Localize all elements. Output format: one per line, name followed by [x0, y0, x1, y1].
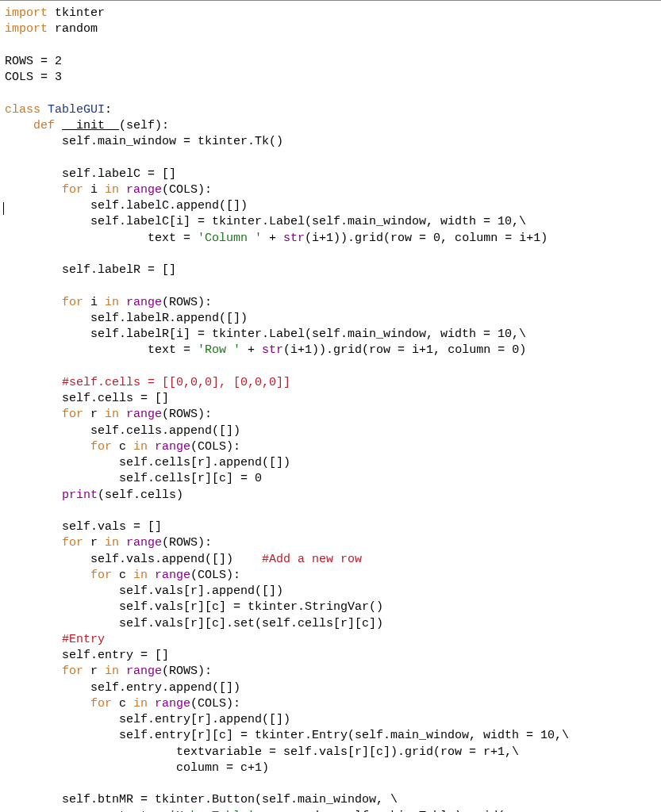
- code-text: (ROWS):: [162, 665, 212, 678]
- code-text: [5, 697, 90, 710]
- code-text: self.labelC = []: [5, 167, 176, 181]
- keyword-for: for: [62, 183, 83, 197]
- string-literal: 'Column ': [198, 232, 262, 245]
- keyword-import: import: [5, 6, 48, 20]
- code-text: [5, 633, 62, 646]
- code-text: self.vals[r][c].set(self.cells[r][c]): [5, 617, 383, 630]
- code-text: [148, 697, 155, 710]
- code-text: tkinter: [48, 6, 105, 20]
- code-text: [119, 665, 126, 678]
- builtin-range: range: [126, 665, 162, 678]
- code-text: (COLS):: [190, 440, 240, 454]
- code-block[interactable]: import tkinter import random ROWS = 2 CO…: [5, 6, 661, 812]
- code-text: self.main_window = tkinter.Tk(): [5, 135, 283, 148]
- builtin-range: range: [155, 569, 190, 582]
- code-text: self.vals[r][c] = tkinter.StringVar(): [5, 600, 383, 614]
- code-text: self.labelR[i] = tkinter.Label(self.main…: [5, 327, 526, 341]
- keyword-in: in: [105, 408, 119, 421]
- string-literal: 'Row ': [198, 343, 240, 357]
- code-text: r: [83, 665, 105, 678]
- builtin-range: range: [126, 183, 162, 197]
- code-text: +: [240, 343, 262, 357]
- keyword-for: for: [62, 408, 83, 421]
- code-editor-viewport: import tkinter import random ROWS = 2 CO…: [0, 0, 661, 812]
- code-text: r: [83, 536, 105, 550]
- keyword-in: in: [105, 665, 119, 678]
- code-text: self.vals.append([]): [5, 553, 262, 566]
- keyword-class: class: [5, 103, 40, 117]
- code-text: :: [105, 103, 112, 117]
- code-text: self.vals = []: [5, 520, 162, 534]
- code-text: [5, 569, 90, 582]
- code-text: (ROWS):: [162, 536, 212, 550]
- builtin-str: str: [262, 343, 283, 357]
- code-text: self.labelC[i] = tkinter.Label(self.main…: [5, 215, 526, 228]
- builtin-str: str: [283, 232, 305, 245]
- code-text: text =: [5, 343, 198, 357]
- code-text: text =: [5, 810, 169, 813]
- code-text: [5, 665, 62, 678]
- keyword-for: for: [90, 440, 112, 454]
- keyword-in: in: [133, 569, 148, 582]
- keyword-for: for: [62, 536, 83, 550]
- keyword-in: in: [105, 183, 119, 197]
- code-text: (COLS):: [190, 697, 240, 710]
- code-text: self.cells[r][c] = 0: [5, 472, 262, 485]
- code-text: self.cells = []: [5, 392, 169, 405]
- keyword-for: for: [90, 569, 112, 582]
- code-text: (COLS):: [162, 183, 212, 197]
- code-text: [5, 536, 62, 550]
- builtin-range: range: [155, 697, 190, 710]
- code-text: self.btnMR = tkinter.Button(self.main_wi…: [5, 793, 398, 806]
- code-text: (ROWS):: [162, 296, 212, 309]
- code-text: [119, 408, 126, 421]
- comment: #Add a new row: [262, 553, 362, 566]
- keyword-for: for: [90, 697, 112, 710]
- code-text: [5, 183, 62, 197]
- code-text: [5, 119, 33, 132]
- builtin-range: range: [126, 296, 162, 309]
- dunder-init: __init__: [62, 119, 119, 132]
- code-text: [119, 183, 126, 197]
- code-text: [148, 569, 155, 582]
- code-text: , command = self.makingTable).grid(: [255, 810, 505, 813]
- code-text: textvariable = self.vals[r][c]).grid(row…: [5, 745, 519, 759]
- comment: #self.cells = [[0,0,0], [0,0,0]]: [62, 376, 290, 389]
- code-text: [119, 536, 126, 550]
- code-text: text =: [5, 232, 198, 245]
- builtin-range: range: [126, 408, 162, 421]
- keyword-in: in: [105, 536, 119, 550]
- code-text: r: [83, 408, 105, 421]
- code-text: self.vals[r].append([]): [5, 584, 283, 598]
- code-text: ROWS = 2: [5, 55, 62, 68]
- code-text: (i+1)).grid(row = 0, column = i+1): [305, 232, 548, 245]
- code-text: self.labelR.append([]): [5, 312, 248, 325]
- keyword-in: in: [133, 697, 148, 710]
- keyword-import: import: [5, 22, 48, 36]
- code-text: i: [83, 183, 105, 197]
- code-text: +: [262, 232, 283, 245]
- code-text: [5, 296, 62, 309]
- code-text: self.entry[r][c] = tkinter.Entry(self.ma…: [5, 729, 569, 742]
- code-text: (ROWS):: [162, 408, 212, 421]
- code-text: [148, 440, 155, 454]
- code-text: [119, 296, 126, 309]
- code-text: (self.cells): [98, 488, 183, 502]
- code-text: [55, 119, 62, 132]
- text-cursor: [3, 202, 4, 215]
- keyword-in: in: [133, 440, 148, 454]
- code-text: random: [48, 22, 98, 36]
- comment: #Entry: [62, 633, 105, 646]
- code-text: [5, 488, 62, 502]
- code-text: self.labelC.append([]): [5, 199, 248, 213]
- code-text: self.entry.append([]): [5, 681, 240, 695]
- code-text: i: [83, 296, 105, 309]
- code-text: c: [112, 697, 133, 710]
- code-text: column = c+1): [5, 761, 269, 775]
- code-text: [5, 408, 62, 421]
- builtin-range: range: [155, 440, 190, 454]
- builtin-range: range: [126, 536, 162, 550]
- code-text: self.labelR = []: [5, 263, 176, 277]
- code-text: c: [112, 569, 133, 582]
- code-text: [5, 376, 62, 389]
